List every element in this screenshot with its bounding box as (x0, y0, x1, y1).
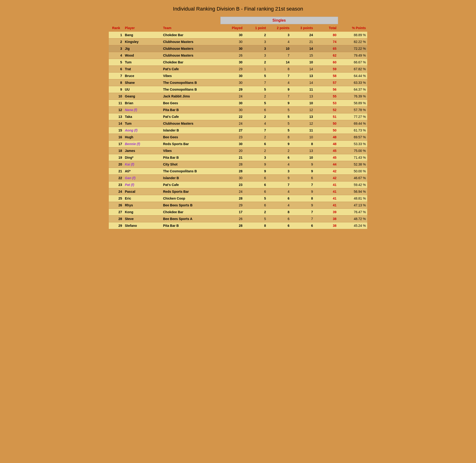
cell: 45.24 % (338, 222, 367, 229)
cell: 23 (220, 181, 244, 188)
cell: Brian (124, 100, 162, 107)
cell: 16 (109, 134, 124, 141)
cell: Gan (f) (124, 175, 162, 181)
cell: Pascal (124, 188, 162, 195)
cell: Eric (124, 195, 162, 202)
page-title: Individual Ranking Division B - Final ra… (109, 5, 367, 13)
cell: 7 (291, 181, 314, 188)
table-row: 13TakaPat's Cafe2225135177.27 % (109, 113, 367, 120)
cell: Shane (124, 79, 162, 86)
table-row: 3JigClubhouse Masters30310146572.22 % (109, 45, 367, 52)
cell: 29 (220, 66, 244, 72)
cell: 5 (244, 195, 267, 202)
cell: 42 (314, 168, 338, 175)
cell: 63.33 % (338, 79, 367, 86)
table-row: 1BangChokdee Bar3023248088.89 % (109, 32, 367, 38)
table-row: 6TratPat's Cafe2918145967.82 % (109, 66, 367, 72)
cell: 79.49 % (338, 52, 367, 59)
table-row: 7BruceVibes3057135864.44 % (109, 72, 367, 79)
cell: 8 (267, 209, 291, 215)
table-row: 19Ding*Pita Bar B2136104571.43 % (109, 154, 367, 161)
cell: 15 (109, 127, 124, 134)
table-row: 10GeangJack Rabbit Jims2427135576.39 % (109, 93, 367, 100)
table-row: 9UUThe Cosmopolitans B2959115664.37 % (109, 86, 367, 93)
cell: 13 (291, 147, 314, 154)
cell: 9 (291, 168, 314, 175)
table-row: 4WoodClubhouse Masters2637156279.49 % (109, 52, 367, 59)
table-row: 12Nana (f)Pita Bar B3065125257.78 % (109, 107, 367, 113)
cell: City Shot (162, 161, 220, 168)
cell: Ding* (124, 154, 162, 161)
cell: 28 (220, 168, 244, 175)
one-point-header: 1 point (244, 24, 267, 32)
cell: 17 (220, 209, 244, 215)
cell: 9 (291, 188, 314, 195)
three-points-header: 3 points (291, 24, 314, 32)
cell: 3 (244, 52, 267, 59)
cell: 6 (109, 66, 124, 72)
cell: Reds Sports Bar (162, 141, 220, 147)
cell: 11 (109, 100, 124, 107)
cell: Pat (f) (124, 181, 162, 188)
cell: 5 (267, 127, 291, 134)
empty-header-left (109, 17, 220, 24)
cell: 6 (267, 222, 291, 229)
cell: 57.78 % (338, 107, 367, 113)
cell: 17 (109, 141, 124, 147)
cell: 8 (291, 195, 314, 202)
table-row: 20Kai (f)City Shot289494452.38 % (109, 161, 367, 168)
cell: 66.67 % (338, 59, 367, 66)
cell: 2 (109, 38, 124, 45)
page-container: Individual Ranking Division B - Final ra… (109, 5, 367, 229)
cell: 7 (267, 72, 291, 79)
cell: Kong (124, 209, 162, 215)
cell: Steve (124, 215, 162, 222)
cell: 50.00 % (338, 168, 367, 175)
cell: 30 (220, 141, 244, 147)
column-header-row: Rank Player Team Played 1 point 2 points… (109, 24, 367, 32)
cell: Chokdee Bar (162, 209, 220, 215)
cell: 5 (244, 72, 267, 79)
cell: 5 (244, 100, 267, 107)
cell: 8 (267, 134, 291, 141)
table-row: 15Aong (f)Islander B2775115061.73 % (109, 127, 367, 134)
cell: 56.94 % (338, 188, 367, 195)
cell: 5 (244, 86, 267, 93)
cell: 41 (314, 202, 338, 209)
cell: Bee Gees (162, 134, 220, 141)
table-row: 17Bennie (f)Reds Sports Bar306984853.33 … (109, 141, 367, 147)
cell: 7 (244, 79, 267, 86)
cell: 19 (109, 154, 124, 161)
cell: Geang (124, 93, 162, 100)
cell: 60 (314, 59, 338, 66)
cell: 27 (109, 209, 124, 215)
cell: Tum (124, 120, 162, 127)
table-row: 27KongChokdee Bar172873976.47 % (109, 209, 367, 215)
cell: 48.72 % (338, 215, 367, 222)
cell: 23 (220, 134, 244, 141)
cell: 4 (267, 38, 291, 45)
table-row: 28SteveBee Bees Sports A265673848.72 % (109, 215, 367, 222)
rankings-table: Singles Rank Player Team Played 1 point … (109, 17, 367, 229)
cell: Vibes (162, 147, 220, 154)
cell: Ati* (124, 168, 162, 175)
cell: 7 (267, 52, 291, 59)
cell: 42 (314, 175, 338, 181)
cell: Kai (f) (124, 161, 162, 168)
table-row: 23Pat (f)Pat's Cafe236774159.42 % (109, 181, 367, 188)
cell: 7 (109, 72, 124, 79)
table-row: 29StefanoPita Bar B288663845.24 % (109, 222, 367, 229)
cell: 1 (109, 32, 124, 38)
cell: 3 (267, 32, 291, 38)
cell: 77.27 % (338, 113, 367, 120)
cell: 11 (291, 86, 314, 93)
cell: Wood (124, 52, 162, 59)
cell: Bee Bees Sports B (162, 202, 220, 209)
table-row: 18JamesVibes2022134575.00 % (109, 147, 367, 154)
cell: 29 (220, 86, 244, 93)
cell: 2 (244, 113, 267, 120)
cell: 7 (244, 127, 267, 134)
cell: 3 (244, 45, 267, 52)
cell: Pat's Cafe (162, 113, 220, 120)
cell: 41 (314, 188, 338, 195)
